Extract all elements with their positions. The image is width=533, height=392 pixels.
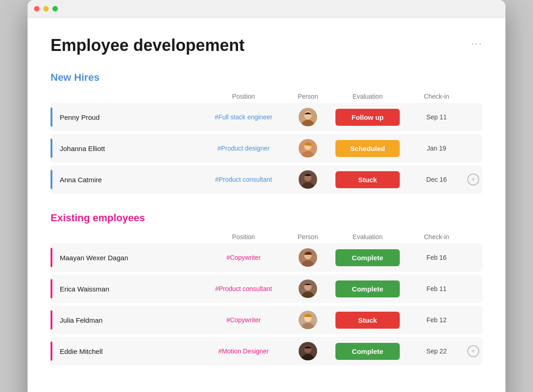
app-window: Employee developement ··· New Hires Posi… bbox=[28, 0, 505, 392]
new-hires-title: New Hires bbox=[51, 72, 99, 84]
evaluation-badge[interactable]: Follow up bbox=[335, 109, 400, 126]
row-evaluation[interactable]: Stuck bbox=[326, 171, 409, 188]
row-person bbox=[289, 170, 326, 189]
row-indicator bbox=[51, 139, 52, 158]
col-name-label bbox=[51, 93, 198, 100]
evaluation-badge[interactable]: Complete bbox=[335, 343, 400, 360]
row-add: + bbox=[464, 174, 482, 185]
row-indicator bbox=[51, 279, 52, 298]
evaluation-badge[interactable]: Complete bbox=[335, 280, 400, 297]
col-position-label: Position bbox=[198, 93, 289, 100]
add-row-button[interactable]: + bbox=[467, 174, 479, 185]
row-evaluation[interactable]: Scheduled bbox=[326, 140, 409, 157]
avatar bbox=[299, 342, 317, 360]
col-checkin-label: Check-in bbox=[409, 233, 464, 241]
row-indicator bbox=[51, 248, 52, 267]
col-person-label: Person bbox=[289, 93, 326, 100]
row-name: Maayan Wexer Dagan bbox=[51, 248, 198, 267]
row-checkin: Feb 12 bbox=[409, 316, 464, 324]
row-evaluation[interactable]: Complete bbox=[326, 280, 409, 297]
col-name-label bbox=[51, 233, 198, 241]
row-position[interactable]: #Copywriter bbox=[198, 316, 289, 324]
row-person bbox=[289, 248, 326, 267]
row-person bbox=[289, 139, 326, 157]
row-person bbox=[289, 311, 326, 329]
row-position[interactable]: #Motion Designer bbox=[198, 347, 289, 355]
add-row-button[interactable]: + bbox=[467, 345, 479, 357]
row-person bbox=[289, 108, 326, 126]
minimize-dot[interactable] bbox=[43, 6, 49, 11]
table-row: Julia Feldman #Copywriter bbox=[51, 306, 482, 334]
more-options-button[interactable]: ··· bbox=[471, 39, 482, 49]
evaluation-badge[interactable]: Scheduled bbox=[335, 140, 400, 157]
new-hires-header: New Hires bbox=[51, 72, 482, 84]
close-dot[interactable] bbox=[34, 6, 40, 11]
table-row: Johanna Elliott #Product designer bbox=[51, 134, 482, 162]
row-position[interactable]: #Copywriter bbox=[198, 254, 289, 261]
row-evaluation[interactable]: Complete bbox=[326, 343, 409, 360]
avatar bbox=[299, 248, 317, 267]
col-checkin-label: Check-in bbox=[409, 93, 464, 100]
avatar bbox=[299, 108, 317, 126]
row-evaluation[interactable]: Stuck bbox=[326, 312, 409, 329]
existing-table-head: Position Person Evaluation Check-in bbox=[51, 230, 482, 243]
row-checkin: Sep 22 bbox=[409, 347, 464, 355]
table-row: Anna Catmire #Product consultant bbox=[51, 165, 482, 194]
page-title: Employee developement bbox=[51, 36, 244, 55]
row-position[interactable]: #Product consultant bbox=[198, 285, 289, 292]
avatar bbox=[299, 280, 317, 298]
row-indicator bbox=[51, 310, 52, 330]
row-add: + bbox=[464, 345, 482, 357]
avatar bbox=[299, 170, 317, 189]
row-evaluation[interactable]: Follow up bbox=[326, 109, 409, 126]
titlebar bbox=[28, 0, 505, 17]
row-checkin: Dec 16 bbox=[409, 176, 464, 183]
new-hires-table-head: Position Person Evaluation Check-in bbox=[51, 90, 482, 103]
new-hires-table: Position Person Evaluation Check-in Penn… bbox=[51, 90, 482, 194]
row-indicator bbox=[51, 107, 52, 127]
existing-employees-table: Position Person Evaluation Check-in Maay… bbox=[51, 230, 482, 365]
row-checkin: Feb 11 bbox=[409, 285, 464, 292]
table-row: Penny Proud #Full stack engineer bbox=[51, 103, 482, 131]
row-checkin: Feb 16 bbox=[409, 254, 464, 261]
row-person bbox=[289, 280, 326, 298]
row-position[interactable]: #Full stack engineer bbox=[198, 113, 289, 121]
row-name: Eddie Mitchell bbox=[51, 342, 198, 361]
row-checkin: Jan 19 bbox=[409, 145, 464, 152]
row-indicator bbox=[51, 170, 52, 189]
avatar bbox=[299, 311, 317, 329]
existing-employees-header: Existing employees bbox=[51, 212, 482, 224]
row-name: Anna Catmire bbox=[51, 170, 198, 189]
table-row: Erica Waissman #Product consultant bbox=[51, 274, 482, 303]
row-checkin: Sep 11 bbox=[409, 113, 464, 121]
table-row: Eddie Mitchell #Motion Designer bbox=[51, 337, 482, 365]
row-name: Johanna Elliott bbox=[51, 139, 198, 158]
row-name: Erica Waissman bbox=[51, 279, 198, 298]
row-evaluation[interactable]: Complete bbox=[326, 249, 409, 266]
page-content: Employee developement ··· New Hires Posi… bbox=[28, 17, 505, 392]
existing-employees-section: Existing employees Position Person Evalu… bbox=[51, 212, 482, 365]
evaluation-badge[interactable]: Stuck bbox=[335, 312, 400, 329]
existing-employees-title: Existing employees bbox=[51, 212, 145, 224]
row-position[interactable]: #Product consultant bbox=[198, 176, 289, 183]
col-evaluation-label: Evaluation bbox=[326, 233, 409, 241]
col-add-label bbox=[464, 233, 482, 241]
row-person bbox=[289, 342, 326, 360]
row-position[interactable]: #Product designer bbox=[198, 145, 289, 152]
row-name: Penny Proud bbox=[51, 107, 198, 127]
row-indicator bbox=[51, 342, 52, 361]
col-add-label bbox=[464, 93, 482, 100]
row-name: Julia Feldman bbox=[51, 310, 198, 330]
evaluation-badge[interactable]: Complete bbox=[335, 249, 400, 266]
evaluation-badge[interactable]: Stuck bbox=[335, 171, 400, 188]
col-evaluation-label: Evaluation bbox=[326, 93, 409, 100]
col-person-label: Person bbox=[289, 233, 326, 241]
col-position-label: Position bbox=[198, 233, 289, 241]
table-row: Maayan Wexer Dagan #Copywriter bbox=[51, 243, 482, 272]
maximize-dot[interactable] bbox=[52, 6, 58, 11]
new-hires-section: New Hires Position Person Evaluation Che… bbox=[51, 72, 482, 194]
avatar bbox=[299, 139, 317, 157]
